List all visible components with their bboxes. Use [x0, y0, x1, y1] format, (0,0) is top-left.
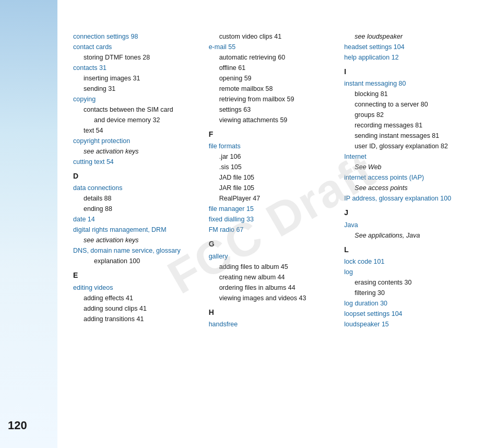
- list-item: I: [344, 66, 469, 77]
- list-item: adding transitions 41: [73, 314, 198, 324]
- list-item: filtering 30: [344, 288, 469, 298]
- list-item: custom video clips 41: [209, 31, 334, 42]
- list-item: viewing attachments 59: [209, 115, 334, 125]
- list-item: .jar 106: [209, 151, 334, 162]
- list-item: sending instant messages 81: [344, 131, 469, 141]
- list-item: file manager 15: [209, 204, 334, 214]
- list-item: adding sound clips 41: [73, 303, 198, 314]
- column-1: connection settings 98contact cardsstori…: [73, 31, 209, 432]
- list-item: headset settings 104: [344, 42, 469, 52]
- list-item: H: [209, 306, 334, 318]
- list-item: J: [344, 207, 469, 218]
- list-item: see loudspeaker: [344, 31, 469, 42]
- list-item: Java: [344, 220, 469, 230]
- list-item: groups 82: [344, 110, 469, 120]
- list-item: contact cards: [73, 42, 198, 52]
- page-number: 120: [8, 419, 27, 432]
- list-item: see activation keys: [73, 235, 198, 245]
- list-item: .sis 105: [209, 162, 334, 172]
- column-2: custom video clips 41e-mail 55automatic …: [209, 31, 345, 432]
- list-item: file formats: [209, 141, 334, 151]
- list-item: offline 61: [209, 63, 334, 73]
- list-item: copyright protection: [73, 136, 198, 146]
- list-item: E: [73, 269, 198, 281]
- list-item: loopset settings 104: [344, 309, 469, 319]
- list-item: See access points: [344, 183, 469, 193]
- list-item: RealPlayer 47: [209, 193, 334, 204]
- list-item: help application 12: [344, 52, 469, 63]
- list-item: FM radio 67: [209, 225, 334, 235]
- list-item: copying: [73, 94, 198, 104]
- list-item: opening 59: [209, 73, 334, 84]
- list-item: adding files to album 45: [209, 262, 334, 272]
- list-item: gallery: [209, 251, 334, 262]
- list-item: e-mail 55: [209, 42, 334, 52]
- list-item: explanation 100: [73, 256, 198, 266]
- list-item: data connections: [73, 183, 198, 193]
- list-item: retrieving from mailbox 59: [209, 94, 334, 104]
- list-item: connection settings 98: [73, 31, 198, 42]
- list-item: editing videos: [73, 282, 198, 293]
- list-item: lock code 101: [344, 256, 469, 267]
- list-item: and device memory 32: [73, 115, 198, 125]
- list-item: Internet: [344, 151, 469, 162]
- list-item: creating new album 44: [209, 272, 334, 282]
- list-item: contacts 31: [73, 63, 198, 73]
- list-item: handsfree: [209, 319, 334, 329]
- list-item: automatic retrieving 60: [209, 52, 334, 63]
- list-item: fixed dialling 33: [209, 214, 334, 225]
- list-item: remote mailbox 58: [209, 84, 334, 94]
- list-item: adding effects 41: [73, 293, 198, 303]
- main-content: FCC Draft connection settings 98contact …: [57, 0, 485, 448]
- list-item: connecting to a server 80: [344, 99, 469, 110]
- list-item: user ID, glossary explanation 82: [344, 141, 469, 151]
- columns-wrapper: connection settings 98contact cardsstori…: [73, 31, 469, 432]
- list-item: contacts between the SIM card: [73, 104, 198, 115]
- list-item: erasing contents 30: [344, 277, 469, 288]
- list-item: JAD file 105: [209, 172, 334, 183]
- list-item: blocking 81: [344, 89, 469, 99]
- list-item: JAR file 105: [209, 183, 334, 193]
- list-item: IP address, glossary explanation 100: [344, 193, 469, 204]
- list-item: instant messaging 80: [344, 78, 469, 89]
- list-item: viewing images and videos 43: [209, 293, 334, 303]
- list-item: See Web: [344, 162, 469, 172]
- list-item: see activation keys: [73, 146, 198, 157]
- list-item: F: [209, 128, 334, 140]
- list-item: L: [344, 244, 469, 255]
- list-item: sending 31: [73, 84, 198, 94]
- list-item: cutting text 54: [73, 157, 198, 167]
- list-item: DNS, domain name service, glossary: [73, 245, 198, 256]
- list-item: settings 63: [209, 104, 334, 115]
- list-item: recording messages 81: [344, 120, 469, 131]
- list-item: details 88: [73, 193, 198, 204]
- list-item: D: [73, 170, 198, 182]
- left-sidebar: 120: [0, 0, 57, 448]
- list-item: loudspeaker 15: [344, 319, 469, 329]
- list-item: date 14: [73, 214, 198, 225]
- list-item: ending 88: [73, 204, 198, 214]
- list-item: digital rights management, DRM: [73, 225, 198, 235]
- list-item: storing DTMF tones 28: [73, 52, 198, 63]
- list-item: ordering files in albums 44: [209, 282, 334, 293]
- column-3: see loudspeakerheadset settings 104help …: [344, 31, 469, 432]
- list-item: See applications, Java: [344, 230, 469, 241]
- list-item: inserting images 31: [73, 73, 198, 84]
- list-item: text 54: [73, 125, 198, 136]
- list-item: G: [209, 238, 334, 250]
- list-item: internet access points (IAP): [344, 172, 469, 183]
- list-item: log: [344, 267, 469, 277]
- list-item: log duration 30: [344, 298, 469, 309]
